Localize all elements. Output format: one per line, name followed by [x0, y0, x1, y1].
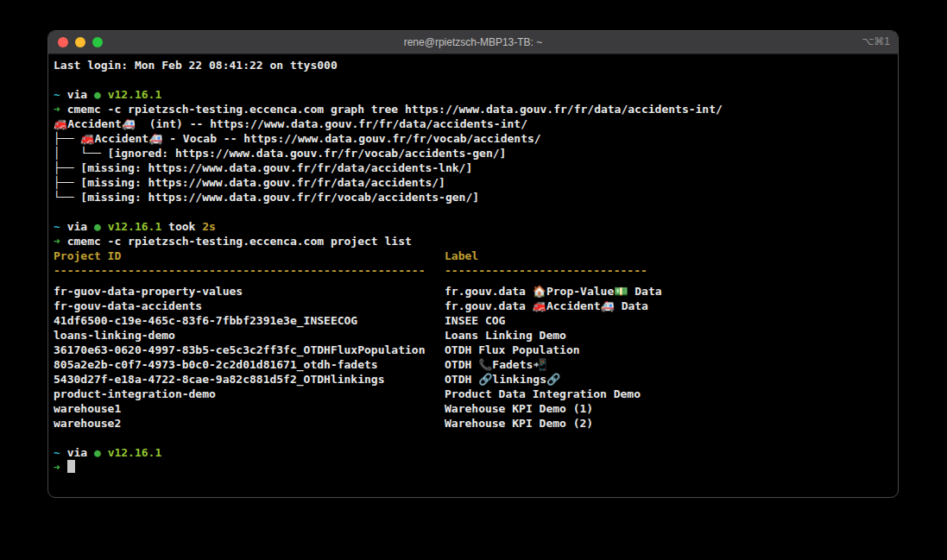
project-label-cell: OTDH 🔗linkings🔗 — [445, 373, 560, 386]
project-row: product-integration-demoProduct Data Int… — [54, 387, 893, 401]
project-label-cell: Product Data Integration Demo — [445, 387, 641, 400]
project-row: fr-gouv-data-accidentsfr.gouv.data 🚒Acci… — [54, 299, 893, 313]
prompt-line: ~ via ● v12.16.1 — [54, 445, 893, 460]
project-row: warehouse1Warehouse KPI Demo (1) — [54, 401, 893, 416]
window-title: rene@rpietzsch-MBP13-TB: ~ — [48, 36, 898, 48]
project-label-cell: fr.gouv.data 🚒Accident🚑 Data — [445, 299, 648, 312]
project-row: 805a2e2b-c0f7-4973-b0c0-2c2d01d81671_otd… — [54, 357, 893, 372]
prompt-cursor-line: ➜ — [54, 460, 893, 475]
project-row: loans-linking-demoLoans Linking Demo — [54, 328, 893, 343]
project-label-cell: OTDH 📞Fadets📲 — [445, 358, 547, 371]
minimize-button[interactable] — [75, 37, 85, 47]
project-id-cell: loans-linking-demo — [54, 328, 445, 343]
prompt-line: ~ via ● v12.16.1 — [54, 87, 893, 102]
graph-tree-line: ├── 🚒Accident🚑 - Vocab -- https://www.da… — [54, 131, 893, 146]
project-row: warehouse2Warehouse KPI Demo (2) — [54, 416, 893, 431]
project-label-cell: ------------------------------ — [445, 264, 647, 277]
project-label-cell: fr.gouv.data 🏠Prop-Value💵 Data — [445, 285, 662, 298]
project-id-cell: 36170e63-0620-4997-83b5-ce5c3c2ff3fc_OTD… — [54, 343, 445, 357]
project-id-cell: warehouse2 — [54, 416, 445, 431]
terminal-line — [54, 72, 893, 87]
close-button[interactable] — [58, 37, 68, 47]
graph-tree-line: ├── [missing: https://www.data.gouv.fr/f… — [54, 160, 893, 175]
project-id-cell: fr-guov-data-property-values — [54, 284, 445, 299]
project-label-cell: Loans Linking Demo — [445, 329, 566, 342]
project-row: 36170e63-0620-4997-83b5-ce5c3c2ff3fc_OTD… — [54, 343, 893, 357]
project-id-cell: warehouse1 — [54, 401, 445, 416]
project-id-cell: 5430d27f-e18a-4722-8cae-9a82c881d5f2_OTD… — [54, 372, 445, 387]
text-cursor — [67, 460, 75, 473]
terminal-window: rene@rpietzsch-MBP13-TB: ~ ⌥⌘1 Last logi… — [47, 30, 899, 498]
project-id-cell: 805a2e2b-c0f7-4973-b0c0-2c2d01d81671_otd… — [54, 357, 445, 372]
project-id-cell: 41df6500-c19e-465c-83f6-7fbbf2391e3e_INS… — [54, 313, 445, 328]
graph-tree-line: │ └── [ignored: https://www.data.gouv.fr… — [54, 146, 893, 160]
project-row: 5430d27f-e18a-4722-8cae-9a82c881d5f2_OTD… — [54, 372, 893, 387]
project-label-cell: OTDH Flux Population — [445, 343, 580, 356]
graph-tree-line: └── [missing: https://www.data.gouv.fr/f… — [54, 190, 893, 204]
project-id-cell: ----------------------------------------… — [54, 263, 445, 278]
command-line: ➜ cmemc -c rpietzsch-testing.eccenca.com… — [54, 102, 893, 116]
prompt-line: ~ via ● v12.16.1 took 2s — [54, 219, 893, 234]
terminal-line — [54, 431, 893, 445]
graph-tree-line: ├── [missing: https://www.data.gouv.fr/f… — [54, 175, 893, 190]
table-separator-row: ----------------------------------------… — [54, 263, 893, 278]
command-line: ➜ cmemc -c rpietzsch-testing.eccenca.com… — [54, 234, 893, 249]
terminal-screen[interactable]: Last login: Mon Feb 22 08:41:22 on ttys0… — [48, 54, 898, 478]
project-label-cell: Warehouse KPI Demo (1) — [445, 402, 593, 415]
project-label-cell: Warehouse KPI Demo (2) — [445, 417, 593, 430]
last-login-line: Last login: Mon Feb 22 08:41:22 on ttys0… — [54, 58, 893, 72]
traffic-lights — [58, 37, 103, 47]
window-shortcut-badge: ⌥⌘1 — [862, 35, 890, 47]
terminal-line — [54, 204, 893, 219]
project-label-cell: Label — [445, 249, 478, 262]
project-row: 41df6500-c19e-465c-83f6-7fbbf2391e3e_INS… — [54, 313, 893, 328]
graph-tree-root: 🚒Accident🚑 (int) -- https://www.data.gou… — [54, 116, 893, 131]
table-header-row: Project IDLabel — [54, 249, 893, 263]
project-id-cell: Project ID — [54, 249, 445, 263]
project-row: fr-guov-data-property-valuesfr.gouv.data… — [54, 284, 893, 299]
window-titlebar[interactable]: rene@rpietzsch-MBP13-TB: ~ ⌥⌘1 — [48, 31, 898, 54]
project-id-cell: fr-gouv-data-accidents — [54, 299, 445, 313]
project-id-cell: product-integration-demo — [54, 387, 445, 401]
project-label-cell: INSEE COG — [445, 314, 505, 327]
zoom-button[interactable] — [92, 37, 103, 47]
